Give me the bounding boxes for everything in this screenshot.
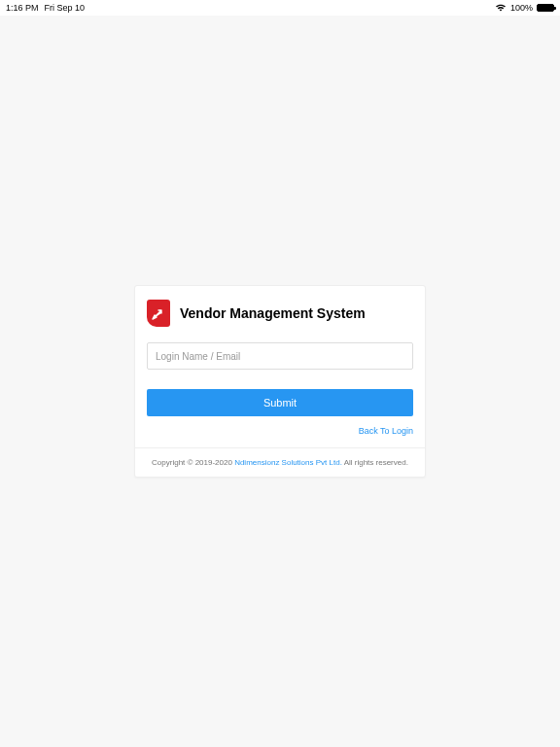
login-email-input[interactable]	[147, 342, 413, 370]
card-header: Vendor Management System	[135, 286, 425, 337]
card-body: Submit Back To Login	[135, 337, 425, 447]
card-footer: Copyright © 2019-2020 Ndimensionz Soluti…	[135, 447, 425, 477]
app-logo-icon	[147, 300, 170, 327]
page-background: Vendor Management System Submit Back To …	[0, 16, 560, 747]
footer-company-link[interactable]: Ndimensionz Solutions Pvt Ltd.	[234, 458, 342, 467]
status-bar: 1:16 PM Fri Sep 10 100%	[0, 0, 560, 16]
app-title: Vendor Management System	[180, 305, 366, 321]
login-card: Vendor Management System Submit Back To …	[134, 285, 426, 478]
status-time: 1:16 PM	[6, 3, 39, 13]
battery-percent: 100%	[510, 3, 533, 13]
footer-prefix: Copyright © 2019-2020	[152, 458, 234, 467]
battery-icon	[537, 4, 554, 12]
status-date: Fri Sep 10	[45, 3, 86, 13]
submit-button[interactable]: Submit	[147, 389, 413, 416]
wifi-icon	[495, 3, 507, 14]
footer-suffix: All rights reserved.	[342, 458, 408, 467]
back-to-login-link[interactable]: Back To Login	[147, 426, 413, 436]
